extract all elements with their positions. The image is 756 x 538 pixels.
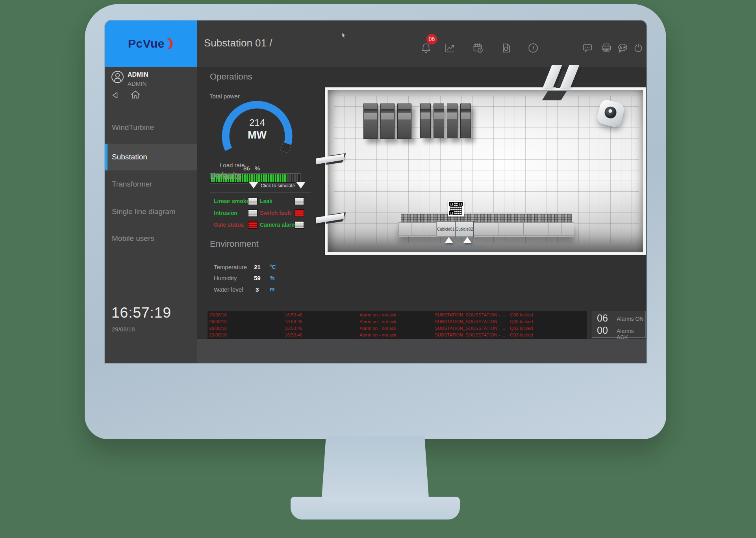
- cubicle: [511, 222, 524, 236]
- operations-heading: Operations: [210, 72, 252, 82]
- load-rate-value: 86: [243, 165, 250, 172]
- sidebar-item-single-line-diagram[interactable]: Single line diagram: [105, 204, 197, 220]
- monitor-stand-base: [291, 497, 460, 520]
- monitor-stand-neck: [322, 436, 429, 498]
- env-unit-humidity: %: [270, 275, 274, 281]
- alarm-list: 29/08/18 16:53:46 Alarm on - not ack. SU…: [208, 311, 587, 339]
- report-document-icon[interactable]: [500, 40, 514, 56]
- divider: [210, 90, 307, 90]
- env-unit-temperature: °C: [270, 264, 276, 270]
- alarm-count-badge: 06: [426, 34, 437, 44]
- sidebar-item-substation[interactable]: Substation: [105, 144, 197, 170]
- indicator-camera-alarm[interactable]: [295, 221, 304, 229]
- qr-code: [448, 201, 464, 216]
- cubicle: [499, 222, 511, 236]
- sidebar: ADMIN ADMIN WindTurbine Substation Trans…: [105, 67, 197, 363]
- alarm-counters: 06 Alarms ON 00 Alarms ACK: [592, 311, 646, 338]
- pcvue-logo-text: PcVue: [128, 37, 165, 50]
- open-cubicle-01-arrow[interactable]: [445, 237, 453, 243]
- indicator-leak[interactable]: [295, 198, 304, 205]
- transformer-cabinet: [363, 104, 378, 139]
- env-value-water-level: 3: [256, 286, 259, 293]
- cubicle-busbar-equipment: [401, 213, 572, 222]
- information-icon[interactable]: i: [526, 40, 541, 56]
- scheduler-calendar-icon[interactable]: [471, 40, 485, 56]
- transformer-cabinet-group-2[interactable]: [420, 104, 471, 138]
- alarm-row[interactable]: 29/08/18 16:53:46 Alarm on - not ack. SU…: [208, 319, 587, 326]
- env-label-humidity: Humidity: [214, 275, 237, 281]
- transformer-cabinet: [434, 104, 444, 138]
- cubicle: [561, 222, 574, 236]
- transformer-cabinet: [447, 104, 458, 138]
- env-unit-water-level: m: [270, 286, 274, 292]
- cubicle: [474, 222, 486, 236]
- divider: [210, 258, 311, 258]
- back-icon[interactable]: [109, 90, 120, 101]
- transformer-cabinet: [460, 104, 471, 138]
- avatar-icon: [111, 70, 124, 84]
- env-value-temperature: 21: [254, 264, 261, 270]
- load-rate-unit: %: [255, 165, 260, 172]
- cubicle-01-button[interactable]: Cubicle01: [437, 221, 455, 237]
- cubicle: [424, 222, 437, 236]
- alarm-row[interactable]: 29/08/18 16:53:46 Alarm on - not ack. SU…: [208, 333, 587, 339]
- simulate-dropdown-right-icon[interactable]: [296, 182, 306, 189]
- cubicle-02-button[interactable]: Cubicle02: [455, 221, 474, 237]
- transformer-cabinet-group-1[interactable]: [363, 104, 411, 139]
- status-label-linear-smoke: Linear smoke: [214, 198, 249, 204]
- mouse-cursor: [341, 32, 347, 39]
- load-rate-percent: 86%: [243, 165, 265, 172]
- messages-icon[interactable]: [581, 40, 595, 56]
- cubicle: [524, 222, 536, 236]
- pcvue-logo[interactable]: PcVue: [105, 20, 197, 67]
- main-content: Operations Total power 214 MW Load rate …: [197, 67, 647, 363]
- env-value-humidity: 59: [254, 275, 261, 281]
- transformer-cabinet: [380, 104, 395, 139]
- cubicle: [486, 222, 499, 236]
- user-role: ADMIN: [128, 80, 146, 87]
- room-caption: Click to open cubicle: [417, 244, 504, 250]
- indicator-gate-status[interactable]: [248, 221, 258, 229]
- home-icon[interactable]: [129, 89, 142, 101]
- sidebar-item-transformer[interactable]: Transformer: [105, 176, 197, 192]
- transformer-cabinet: [397, 104, 411, 139]
- room-3d-view: Cubicle01 Cubicle02 Click to open cubi: [325, 87, 646, 255]
- svg-text:Ƶ: Ƶ: [623, 46, 626, 50]
- top-bar: PcVue Substation 01 / 06: [105, 20, 647, 67]
- power-logout-icon[interactable]: [632, 40, 646, 56]
- breadcrumb-title: Substation 01 /: [204, 37, 272, 49]
- svg-text:i: i: [532, 45, 534, 52]
- alarms-ack-label: Alarms ACK: [617, 328, 645, 340]
- indicator-intrusion[interactable]: [248, 209, 258, 217]
- user-name: ADMIN: [128, 71, 148, 78]
- sidebar-item-mobile-users[interactable]: Mobile users: [105, 231, 197, 246]
- cubicle: [411, 222, 424, 236]
- language-translate-icon[interactable]: A Ƶ: [616, 40, 630, 56]
- alarm-row[interactable]: 29/08/18 16:53:46 Alarm on - not ack. SU…: [208, 326, 587, 333]
- cubicle-row: Cubicle01 Cubicle02: [398, 213, 574, 237]
- env-label-temperature: Temperature: [214, 264, 247, 270]
- alarm-row[interactable]: 29/08/18 16:53:46 Alarm on - not ack. SU…: [208, 312, 587, 319]
- environment-heading: Environment: [210, 239, 259, 249]
- status-label-gate-status: Gate status: [214, 222, 244, 228]
- simulate-dropdown-left-icon[interactable]: [249, 182, 258, 189]
- sidebar-item-windturbine[interactable]: WindTurbine: [105, 120, 197, 135]
- cubicle: [549, 222, 561, 236]
- monitor-frame: PcVue Substation 01 / 06: [85, 4, 666, 439]
- print-icon[interactable]: [600, 40, 614, 56]
- sidebar-item-label: Substation: [112, 153, 147, 161]
- cubicle-fronts: Cubicle01 Cubicle02: [398, 222, 574, 237]
- alarms-ack-count: 00: [597, 325, 608, 336]
- load-rate-label: Load rate: [220, 162, 245, 168]
- open-cubicle-02-arrow[interactable]: [463, 237, 472, 243]
- cubicle: [536, 222, 549, 236]
- indicator-linear-smoke[interactable]: [248, 198, 258, 205]
- wall-vent-upper: [316, 153, 353, 167]
- cubicle: [398, 222, 411, 236]
- indicator-switch-fault[interactable]: [295, 209, 304, 217]
- trend-chart-icon[interactable]: [443, 40, 457, 56]
- divider: [210, 192, 311, 192]
- alarms-on-label: Alarms ON: [617, 316, 643, 322]
- status-label-intrusion: Intrusion: [214, 210, 237, 216]
- wall-vent-lower: [316, 213, 353, 226]
